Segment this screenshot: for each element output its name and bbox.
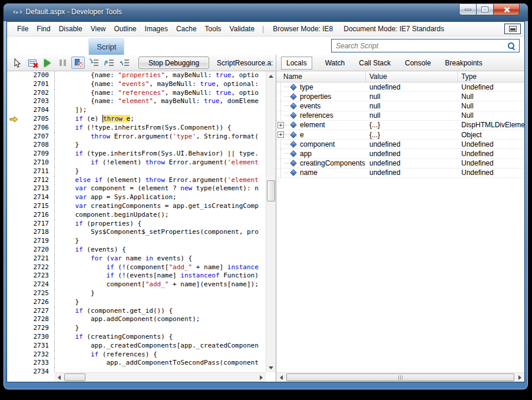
scroll-left-arrow[interactable] <box>276 373 286 382</box>
menu-item-images[interactable]: Images <box>141 24 172 34</box>
breakpoint-margin[interactable] <box>7 280 20 289</box>
breakpoint-margin[interactable] <box>7 193 20 202</box>
menu-item-cache[interactable]: Cache <box>172 24 201 34</box>
menu-item-file[interactable]: File <box>13 24 32 34</box>
breakpoint-margin[interactable] <box>7 89 20 98</box>
breakpoint-margin[interactable] <box>7 80 20 89</box>
breakpoint-margin[interactable] <box>7 315 20 324</box>
locals-row[interactable]: eventsnullNull <box>276 101 524 111</box>
close-button[interactable] <box>493 4 520 15</box>
browser-mode-menu[interactable]: Browser Mode: IE8 <box>267 24 338 34</box>
breakpoint-margin[interactable] <box>7 71 20 80</box>
horizontal-scroll-thumb[interactable] <box>286 373 514 381</box>
breakpoint-margin[interactable] <box>7 97 20 106</box>
continue-icon[interactable] <box>41 57 54 69</box>
code-vertical-scrollbar[interactable] <box>266 71 276 372</box>
debug-tab-watch[interactable]: Watch <box>324 57 346 69</box>
breakpoint-margin[interactable] <box>7 150 20 158</box>
breakpoint-margin[interactable] <box>7 167 20 176</box>
breakpoint-margin[interactable] <box>7 141 20 150</box>
locals-row[interactable]: nameundefinedUndefined <box>276 168 524 178</box>
maximize-button[interactable] <box>476 4 493 15</box>
breakpoint-margin[interactable] <box>7 246 20 254</box>
column-header-value[interactable]: Value <box>366 71 458 82</box>
locals-row[interactable]: +element{...}DispHTMLDivElement <box>276 121 524 130</box>
minimize-button[interactable] <box>459 4 476 15</box>
breakpoint-margin[interactable] <box>7 133 20 141</box>
breakpoint-margin[interactable] <box>7 368 20 376</box>
breakpoint-margin[interactable] <box>7 342 20 351</box>
breakpoint-margin[interactable] <box>7 272 20 280</box>
debug-tab-console[interactable]: Console <box>404 57 432 69</box>
scroll-left-arrow[interactable] <box>54 373 64 382</box>
locals-row[interactable]: appundefinedUndefined <box>276 149 524 158</box>
locals-row[interactable]: +e{...}Object <box>276 130 524 140</box>
breakpoint-margin[interactable] <box>7 359 20 368</box>
scroll-right-arrow[interactable] <box>515 373 524 382</box>
expand-toggle-icon[interactable]: + <box>277 131 284 138</box>
menu-item-disable[interactable]: Disable <box>55 24 87 34</box>
debug-tab-breakpoints[interactable]: Breakpoints <box>444 57 483 69</box>
breakpoint-margin[interactable] <box>7 324 20 333</box>
code-horizontal-scrollbar[interactable] <box>54 372 266 382</box>
scroll-down-arrow[interactable] <box>266 363 276 372</box>
breakpoint-margin[interactable] <box>7 211 20 220</box>
breakpoint-margin[interactable] <box>7 333 20 342</box>
code-line: 2716 component.beginUpdate(); <box>7 211 266 220</box>
menu-item-tools[interactable]: Tools <box>201 24 226 34</box>
breakpoint-margin[interactable] <box>7 254 20 263</box>
breakpoint-margin[interactable] <box>7 220 20 229</box>
menu-item-validate[interactable]: Validate <box>226 24 259 34</box>
horizontal-scroll-thumb[interactable] <box>64 373 85 381</box>
scroll-right-arrow[interactable] <box>256 373 266 382</box>
breakpoint-margin[interactable] <box>7 176 20 185</box>
debug-tab-call-stack[interactable]: Call Stack <box>358 57 392 69</box>
menu-item-find[interactable]: Find <box>32 24 54 34</box>
breakpoint-margin[interactable] <box>7 124 20 133</box>
debug-tab-locals[interactable]: Locals <box>281 57 312 70</box>
expand-toggle-icon[interactable]: + <box>277 122 284 128</box>
tab-css[interactable]: CSS <box>55 37 88 55</box>
stop-debugging-button[interactable]: Stop Debugging <box>138 57 209 69</box>
locals-row[interactable]: referencesnullNull <box>276 111 524 121</box>
breakpoint-margin[interactable] <box>7 106 20 115</box>
breakpoint-margin[interactable] <box>7 298 20 307</box>
breakpoint-margin[interactable] <box>7 307 20 316</box>
tree-connector <box>276 92 284 101</box>
tab-html[interactable]: HTML <box>16 37 55 55</box>
locals-horizontal-scrollbar[interactable] <box>276 372 524 382</box>
pause-icon[interactable] <box>56 57 70 69</box>
tab-script[interactable]: Script <box>88 38 124 55</box>
vertical-scroll-thumb[interactable] <box>267 180 275 201</box>
step-over-icon[interactable] <box>102 57 115 69</box>
breakpoint-margin[interactable] <box>7 158 20 167</box>
tab-profiler[interactable]: Profiler <box>125 37 167 55</box>
scroll-up-arrow[interactable] <box>266 71 276 81</box>
locals-row[interactable]: typeundefinedUndefined <box>276 82 524 92</box>
menu-item-outline[interactable]: Outline <box>110 24 141 34</box>
search-input[interactable] <box>336 42 507 50</box>
breakpoint-margin[interactable] <box>7 237 20 246</box>
breakpoint-margin[interactable] <box>7 351 20 359</box>
locals-row[interactable]: componentundefinedUndefined <box>276 140 524 149</box>
locals-row[interactable]: creatingComponentsundefinedUndefined <box>276 159 524 168</box>
menu-item-view[interactable]: View <box>87 24 110 34</box>
breakpoint-margin[interactable] <box>7 289 20 298</box>
pointer-icon[interactable] <box>10 57 24 69</box>
break-on-error-toggle[interactable] <box>71 57 85 69</box>
breakpoint-margin[interactable] <box>7 228 20 237</box>
script-file-selector[interactable]: ScriptResource.a: <box>217 59 273 67</box>
breakpoint-margin[interactable] <box>7 115 20 124</box>
breakpoint-margin[interactable] <box>7 263 20 272</box>
step-into-icon[interactable] <box>87 57 100 69</box>
column-header-name[interactable]: Name <box>276 71 366 82</box>
breakpoint-margin[interactable] <box>7 184 20 193</box>
search-icon[interactable] <box>507 42 515 49</box>
breakpoint-margin[interactable] <box>7 202 20 211</box>
column-header-type[interactable]: Type <box>458 71 524 82</box>
clear-breakpoints-icon[interactable] <box>25 57 39 69</box>
step-out-icon[interactable] <box>117 57 131 69</box>
unpin-window-button[interactable] <box>504 24 521 34</box>
document-mode-menu[interactable]: Document Mode: IE7 Standards <box>338 24 450 34</box>
locals-row[interactable]: propertiesnullNull <box>276 92 524 101</box>
